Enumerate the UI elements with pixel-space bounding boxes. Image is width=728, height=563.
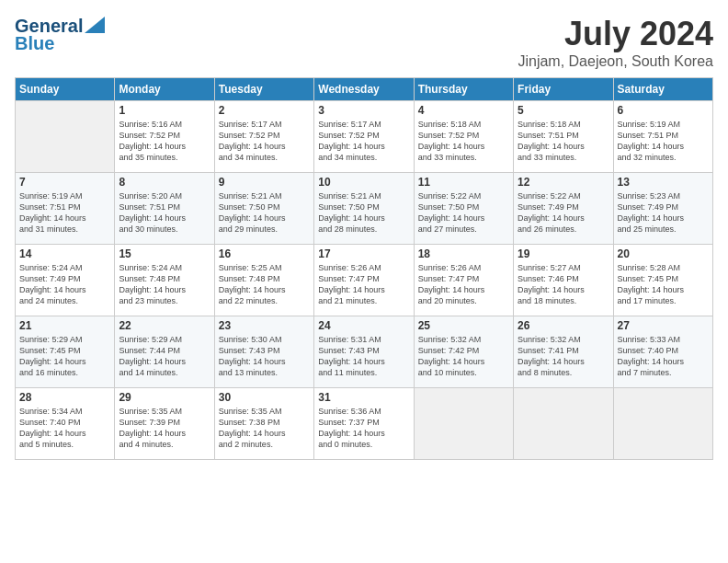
calendar-cell: 18Sunrise: 5:26 AM Sunset: 7:47 PM Dayli… bbox=[414, 245, 513, 316]
cell-info: Sunrise: 5:26 AM Sunset: 7:47 PM Dayligh… bbox=[318, 262, 409, 307]
svg-marker-0 bbox=[85, 17, 105, 33]
header-monday: Monday bbox=[115, 78, 214, 101]
calendar-cell: 28Sunrise: 5:34 AM Sunset: 7:40 PM Dayli… bbox=[16, 388, 115, 460]
week-row-0: 1Sunrise: 5:16 AM Sunset: 7:52 PM Daylig… bbox=[16, 101, 713, 173]
cell-info: Sunrise: 5:19 AM Sunset: 7:51 PM Dayligh… bbox=[618, 119, 709, 164]
cell-info: Sunrise: 5:16 AM Sunset: 7:52 PM Dayligh… bbox=[119, 119, 210, 164]
header-wednesday: Wednesday bbox=[314, 78, 414, 101]
calendar-cell: 23Sunrise: 5:30 AM Sunset: 7:43 PM Dayli… bbox=[214, 316, 313, 388]
cell-info: Sunrise: 5:22 AM Sunset: 7:50 PM Dayligh… bbox=[418, 190, 509, 236]
cell-info: Sunrise: 5:29 AM Sunset: 7:45 PM Dayligh… bbox=[19, 334, 110, 379]
calendar-cell: 6Sunrise: 5:19 AM Sunset: 7:51 PM Daylig… bbox=[613, 101, 712, 173]
day-number: 14 bbox=[19, 247, 110, 260]
day-number: 5 bbox=[518, 104, 609, 117]
cell-info: Sunrise: 5:18 AM Sunset: 7:52 PM Dayligh… bbox=[418, 119, 509, 164]
day-number: 11 bbox=[418, 176, 509, 189]
cell-info: Sunrise: 5:25 AM Sunset: 7:48 PM Dayligh… bbox=[219, 262, 310, 307]
cell-info: Sunrise: 5:29 AM Sunset: 7:44 PM Dayligh… bbox=[119, 334, 210, 379]
day-number: 23 bbox=[219, 319, 310, 332]
day-number: 16 bbox=[219, 247, 310, 260]
calendar-cell: 10Sunrise: 5:21 AM Sunset: 7:50 PM Dayli… bbox=[314, 173, 414, 245]
day-number: 31 bbox=[318, 391, 409, 404]
calendar-cell: 16Sunrise: 5:25 AM Sunset: 7:48 PM Dayli… bbox=[214, 245, 313, 316]
header-friday: Friday bbox=[514, 78, 613, 101]
calendar-cell: 30Sunrise: 5:35 AM Sunset: 7:38 PM Dayli… bbox=[214, 388, 313, 460]
day-number: 19 bbox=[518, 247, 609, 260]
header-saturday: Saturday bbox=[613, 78, 712, 101]
calendar-cell: 3Sunrise: 5:17 AM Sunset: 7:52 PM Daylig… bbox=[314, 101, 414, 173]
day-number: 17 bbox=[318, 247, 409, 260]
calendar-cell: 14Sunrise: 5:24 AM Sunset: 7:49 PM Dayli… bbox=[16, 245, 115, 316]
calendar-cell: 2Sunrise: 5:17 AM Sunset: 7:52 PM Daylig… bbox=[214, 101, 313, 173]
cell-info: Sunrise: 5:17 AM Sunset: 7:52 PM Dayligh… bbox=[318, 119, 409, 164]
calendar-cell: 21Sunrise: 5:29 AM Sunset: 7:45 PM Dayli… bbox=[16, 316, 115, 388]
calendar-cell: 20Sunrise: 5:28 AM Sunset: 7:45 PM Dayli… bbox=[613, 245, 712, 316]
day-number: 9 bbox=[219, 176, 310, 189]
day-number: 27 bbox=[618, 319, 709, 332]
day-number: 13 bbox=[618, 176, 709, 189]
page-header: General Blue July 2024 Jinjam, Daejeon, … bbox=[15, 15, 713, 70]
cell-info: Sunrise: 5:24 AM Sunset: 7:49 PM Dayligh… bbox=[19, 262, 110, 307]
cell-info: Sunrise: 5:17 AM Sunset: 7:52 PM Dayligh… bbox=[219, 119, 310, 164]
month-title: July 2024 bbox=[518, 15, 713, 53]
cell-info: Sunrise: 5:22 AM Sunset: 7:49 PM Dayligh… bbox=[518, 190, 609, 236]
calendar-cell: 7Sunrise: 5:19 AM Sunset: 7:51 PM Daylig… bbox=[16, 173, 115, 245]
cell-info: Sunrise: 5:32 AM Sunset: 7:41 PM Dayligh… bbox=[518, 334, 609, 379]
week-row-4: 28Sunrise: 5:34 AM Sunset: 7:40 PM Dayli… bbox=[16, 388, 713, 460]
calendar-cell: 8Sunrise: 5:20 AM Sunset: 7:51 PM Daylig… bbox=[115, 173, 214, 245]
cell-info: Sunrise: 5:26 AM Sunset: 7:47 PM Dayligh… bbox=[418, 262, 509, 307]
day-number: 6 bbox=[618, 104, 709, 117]
cell-info: Sunrise: 5:18 AM Sunset: 7:51 PM Dayligh… bbox=[518, 119, 609, 164]
cell-info: Sunrise: 5:21 AM Sunset: 7:50 PM Dayligh… bbox=[318, 190, 409, 236]
calendar-cell: 25Sunrise: 5:32 AM Sunset: 7:42 PM Dayli… bbox=[414, 316, 513, 388]
calendar-cell: 24Sunrise: 5:31 AM Sunset: 7:43 PM Dayli… bbox=[314, 316, 414, 388]
cell-info: Sunrise: 5:35 AM Sunset: 7:39 PM Dayligh… bbox=[119, 406, 210, 451]
day-number: 26 bbox=[518, 319, 609, 332]
calendar-cell bbox=[514, 388, 613, 460]
cell-info: Sunrise: 5:31 AM Sunset: 7:43 PM Dayligh… bbox=[318, 334, 409, 379]
logo-blue: Blue bbox=[15, 33, 54, 54]
day-number: 1 bbox=[119, 104, 210, 117]
day-number: 4 bbox=[418, 104, 509, 117]
day-number: 22 bbox=[119, 319, 210, 332]
cell-info: Sunrise: 5:27 AM Sunset: 7:46 PM Dayligh… bbox=[518, 262, 609, 307]
day-number: 2 bbox=[219, 104, 310, 117]
day-number: 15 bbox=[119, 247, 210, 260]
calendar-cell: 12Sunrise: 5:22 AM Sunset: 7:49 PM Dayli… bbox=[514, 173, 613, 245]
calendar-cell: 4Sunrise: 5:18 AM Sunset: 7:52 PM Daylig… bbox=[414, 101, 513, 173]
title-block: July 2024 Jinjam, Daejeon, South Korea bbox=[518, 15, 713, 70]
cell-info: Sunrise: 5:19 AM Sunset: 7:51 PM Dayligh… bbox=[19, 190, 110, 236]
location-title: Jinjam, Daejeon, South Korea bbox=[518, 53, 713, 70]
calendar-table: SundayMondayTuesdayWednesdayThursdayFrid… bbox=[15, 77, 713, 460]
day-number: 24 bbox=[318, 319, 409, 332]
day-number: 18 bbox=[418, 247, 509, 260]
calendar-cell: 9Sunrise: 5:21 AM Sunset: 7:50 PM Daylig… bbox=[214, 173, 313, 245]
calendar-cell: 31Sunrise: 5:36 AM Sunset: 7:37 PM Dayli… bbox=[314, 388, 414, 460]
day-number: 3 bbox=[318, 104, 409, 117]
calendar-cell: 5Sunrise: 5:18 AM Sunset: 7:51 PM Daylig… bbox=[514, 101, 613, 173]
day-number: 10 bbox=[318, 176, 409, 189]
day-number: 21 bbox=[19, 319, 110, 332]
day-number: 8 bbox=[119, 176, 210, 189]
cell-info: Sunrise: 5:36 AM Sunset: 7:37 PM Dayligh… bbox=[318, 406, 409, 451]
calendar-cell: 11Sunrise: 5:22 AM Sunset: 7:50 PM Dayli… bbox=[414, 173, 513, 245]
day-number: 28 bbox=[19, 391, 110, 404]
cell-info: Sunrise: 5:32 AM Sunset: 7:42 PM Dayligh… bbox=[418, 334, 509, 379]
cell-info: Sunrise: 5:33 AM Sunset: 7:40 PM Dayligh… bbox=[618, 334, 709, 379]
calendar-cell bbox=[16, 101, 115, 173]
week-row-3: 21Sunrise: 5:29 AM Sunset: 7:45 PM Dayli… bbox=[16, 316, 713, 388]
header-thursday: Thursday bbox=[414, 78, 513, 101]
day-number: 25 bbox=[418, 319, 509, 332]
cell-info: Sunrise: 5:24 AM Sunset: 7:48 PM Dayligh… bbox=[119, 262, 210, 307]
day-number: 7 bbox=[19, 176, 110, 189]
calendar-cell: 17Sunrise: 5:26 AM Sunset: 7:47 PM Dayli… bbox=[314, 245, 414, 316]
calendar-cell: 26Sunrise: 5:32 AM Sunset: 7:41 PM Dayli… bbox=[514, 316, 613, 388]
week-row-2: 14Sunrise: 5:24 AM Sunset: 7:49 PM Dayli… bbox=[16, 245, 713, 316]
cell-info: Sunrise: 5:34 AM Sunset: 7:40 PM Dayligh… bbox=[19, 406, 110, 451]
calendar-cell: 1Sunrise: 5:16 AM Sunset: 7:52 PM Daylig… bbox=[115, 101, 214, 173]
logo-arrow-icon bbox=[85, 17, 105, 33]
day-number: 29 bbox=[119, 391, 210, 404]
calendar-cell bbox=[414, 388, 513, 460]
calendar-cell: 13Sunrise: 5:23 AM Sunset: 7:49 PM Dayli… bbox=[613, 173, 712, 245]
header-sunday: Sunday bbox=[16, 78, 115, 101]
